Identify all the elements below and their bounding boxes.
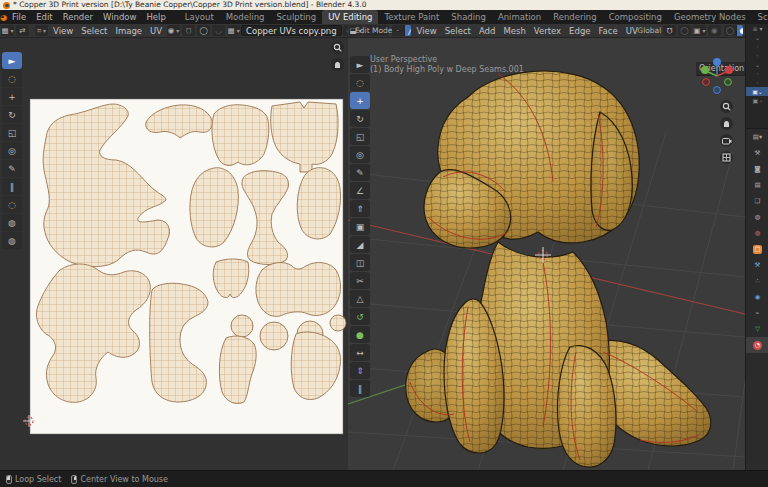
- vp-pan-icon[interactable]: [720, 117, 733, 130]
- tab-modeling[interactable]: Modeling: [220, 10, 271, 24]
- outliner-editor-type-icon[interactable]: ≡▾: [746, 24, 768, 33]
- uv-tool-relax[interactable]: ◍: [2, 214, 22, 231]
- show-gizmo-icon[interactable]: ◉: [708, 25, 721, 36]
- vp-ortho-toggle-icon[interactable]: [720, 151, 733, 164]
- outliner-item[interactable]: ⌄: [746, 60, 768, 69]
- outliner-item[interactable]: ·: [746, 42, 768, 51]
- uv-tool-rip-region[interactable]: ∥: [2, 178, 22, 195]
- image-name-field[interactable]: Copper UVs copy.png: [241, 25, 342, 36]
- vp-tool-select-circle[interactable]: ◌: [350, 74, 370, 91]
- uv-canvas[interactable]: ► ◌ + ↻ ◱ ◎ ✎ ∥ ◌ ◍ ◍: [0, 38, 348, 470]
- vp-camera-view-icon[interactable]: [720, 134, 733, 147]
- uv-tool-annotate[interactable]: ✎: [2, 160, 22, 177]
- menu-edit[interactable]: Edit: [31, 10, 57, 24]
- vp-tool-measure[interactable]: ∠: [350, 182, 370, 199]
- tab-uv-editing[interactable]: UV Editing: [322, 10, 378, 24]
- properties-tab-material[interactable]: ◔: [746, 337, 768, 353]
- properties-tab-view-layer[interactable]: ❏: [746, 193, 768, 209]
- snap-toggle-icon[interactable]: Ω: [663, 25, 676, 36]
- vp-tool-tweak[interactable]: ►: [350, 56, 370, 73]
- vp-zoom-icon[interactable]: [720, 100, 733, 113]
- vp-menu-face[interactable]: Face: [595, 24, 622, 38]
- properties-tab-modifiers[interactable]: ⚒: [746, 257, 768, 273]
- tab-texture-paint[interactable]: Texture Paint: [378, 10, 445, 24]
- uv-snap-toggle-icon[interactable]: Ω: [182, 25, 195, 36]
- vertex-select-button[interactable]: ·: [392, 25, 405, 36]
- uv-menu-uv[interactable]: UV: [146, 24, 166, 38]
- outliner-item[interactable]: ·: [746, 78, 768, 87]
- uv-pivot-dropdown[interactable]: ◉▾: [167, 25, 180, 36]
- viewport-canvas[interactable]: User Perspective (1) Body High Poly w De…: [348, 52, 745, 470]
- vp-tool-scale[interactable]: ◱: [350, 128, 370, 145]
- properties-tab-world[interactable]: ◍: [746, 225, 768, 241]
- uv-falloff-dropdown[interactable]: ◡: [212, 25, 225, 36]
- uv-tool-rotate[interactable]: ↻: [2, 106, 22, 123]
- menu-help[interactable]: Help: [141, 10, 170, 24]
- blender-menu-icon[interactable]: ◕: [0, 12, 7, 22]
- outliner-item[interactable]: ·: [746, 51, 768, 60]
- uv-menu-image[interactable]: Image: [111, 24, 146, 38]
- vp-menu-add[interactable]: Add: [475, 24, 499, 38]
- vp-tool-bevel[interactable]: ◢: [350, 236, 370, 253]
- vp-menu-view[interactable]: View: [413, 24, 441, 38]
- vp-menu-vertex[interactable]: Vertex: [530, 24, 565, 38]
- vp-tool-polybuild[interactable]: △: [350, 290, 370, 307]
- edge-select-button[interactable]: ╱: [405, 25, 411, 36]
- outliner-item[interactable]: ⌄: [746, 33, 768, 42]
- proportional-edit-icon[interactable]: ◯: [678, 25, 691, 36]
- vp-tool-extrude[interactable]: ⇑: [350, 200, 370, 217]
- uv-sticky-select-dropdown[interactable]: ⌗▾: [35, 25, 48, 36]
- menu-window[interactable]: Window: [98, 10, 142, 24]
- uv-zoom-icon[interactable]: [331, 41, 344, 54]
- tab-sculpting[interactable]: Sculpting: [270, 10, 322, 24]
- uv-pan-icon[interactable]: [331, 58, 344, 71]
- uv-menu-select[interactable]: Select: [77, 24, 111, 38]
- uv-sync-select-icon[interactable]: ⇄: [16, 25, 29, 36]
- properties-tab-tool[interactable]: ⚒: [746, 145, 768, 161]
- properties-editor-type-icon[interactable]: ▤▾: [746, 129, 768, 145]
- vp-tool-rip-region[interactable]: ∥: [350, 380, 370, 397]
- tab-animation[interactable]: Animation: [492, 10, 547, 24]
- vp-tool-rotate[interactable]: ↻: [350, 110, 370, 127]
- vp-tool-spin[interactable]: ↺: [350, 308, 370, 325]
- properties-tab-constraints[interactable]: ⌁: [746, 305, 768, 321]
- tab-scripting[interactable]: Scripting: [752, 10, 768, 24]
- uv-proportional-edit-icon[interactable]: ◯: [197, 25, 210, 36]
- vp-menu-edge[interactable]: Edge: [565, 24, 594, 38]
- menu-file[interactable]: File: [7, 10, 31, 24]
- uv-tool-scale[interactable]: ◱: [2, 124, 22, 141]
- vp-tool-transform[interactable]: ◎: [350, 146, 370, 163]
- uv-editor-type-icon[interactable]: ▦▾: [1, 25, 14, 36]
- vp-tool-move[interactable]: +: [350, 92, 370, 109]
- tab-compositing[interactable]: Compositing: [603, 10, 668, 24]
- vp-tool-annotate[interactable]: ✎: [350, 164, 370, 181]
- mode-dropdown[interactable]: Edit Mode▾: [364, 25, 389, 36]
- browse-image-dropdown[interactable]: ▦▾: [227, 25, 240, 36]
- outliner-item-selected[interactable]: ▣⌄: [746, 87, 768, 96]
- outliner-item[interactable]: ▣ ›: [746, 96, 768, 105]
- vp-tool-knife[interactable]: ✂: [350, 272, 370, 289]
- tab-shading[interactable]: Shading: [445, 10, 492, 24]
- vp-tool-edge-slide[interactable]: ↔: [350, 344, 370, 361]
- shading-wireframe-button[interactable]: ◯: [724, 25, 737, 36]
- properties-tab-object[interactable]: ▢: [746, 241, 768, 257]
- shading-solid-button[interactable]: ●: [737, 25, 743, 36]
- uv-tool-move[interactable]: +: [2, 88, 22, 105]
- tab-layout[interactable]: Layout: [179, 10, 220, 24]
- tab-geometry-nodes[interactable]: Geometry Nodes: [668, 10, 752, 24]
- vp-menu-select[interactable]: Select: [441, 24, 475, 38]
- properties-tab-render[interactable]: ◙: [746, 161, 768, 177]
- properties-tab-data[interactable]: ▽: [746, 321, 768, 337]
- outliner-item[interactable]: ·: [746, 69, 768, 78]
- pivot-point-dropdown[interactable]: ▣▾: [693, 25, 706, 36]
- uv-tool-pinch[interactable]: ◍: [2, 232, 22, 249]
- navigation-gizmo[interactable]: [697, 56, 737, 98]
- uv-tool-tweak[interactable]: ►: [2, 52, 22, 69]
- menu-render[interactable]: Render: [58, 10, 98, 24]
- vp-tool-inset[interactable]: ▣: [350, 218, 370, 235]
- properties-tab-particles[interactable]: ∴: [746, 273, 768, 289]
- vp-tool-shrink-fatten[interactable]: ⇕: [350, 362, 370, 379]
- uv-tool-transform[interactable]: ◎: [2, 142, 22, 159]
- uv-tool-select-circle[interactable]: ◌: [2, 70, 22, 87]
- uv-menu-view[interactable]: View: [49, 24, 77, 38]
